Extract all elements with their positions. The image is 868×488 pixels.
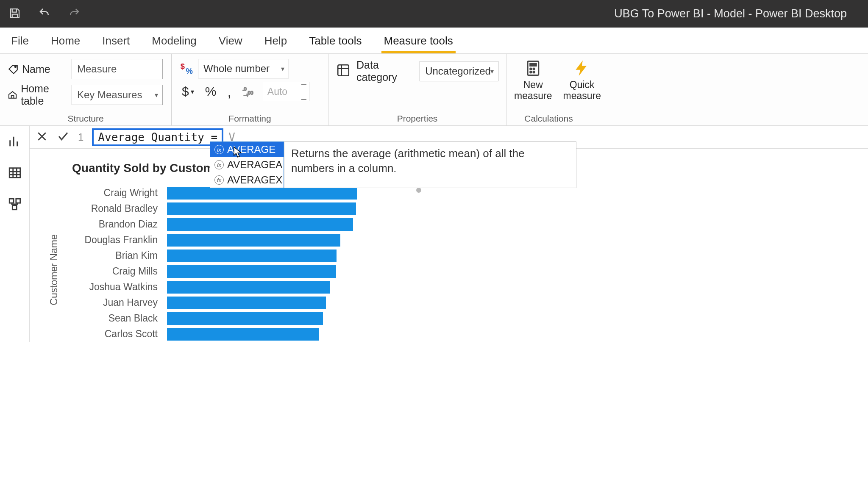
bar-label: Brian Kim <box>72 250 161 261</box>
titlebar: UBG To Power BI - Model - Power BI Deskt… <box>0 0 868 28</box>
bar-row: Douglas Franklin <box>72 232 394 248</box>
svg-rect-12 <box>9 168 20 178</box>
svg-point-11 <box>533 71 535 73</box>
tab-modeling[interactable]: Modeling <box>149 31 199 53</box>
chart-y-axis-label: Customer Name <box>48 234 60 305</box>
function-list: fxAVERAGE fxAVERAGEA fxAVERAGEX <box>210 141 284 188</box>
report-view-icon[interactable] <box>8 134 22 150</box>
bar-row: Sean Black <box>72 311 394 326</box>
function-item-averagea[interactable]: fxAVERAGEA <box>210 157 284 172</box>
line-number: 1 <box>78 131 83 143</box>
redo-icon[interactable] <box>68 7 81 21</box>
bar <box>167 218 353 231</box>
tab-view[interactable]: View <box>216 31 245 53</box>
bar-row: Joshua Watkins <box>72 279 394 295</box>
bar-row: Ronald Bradley <box>72 201 394 216</box>
bar-label: Juan Harvey <box>72 297 161 308</box>
comma-button[interactable]: , <box>225 83 234 101</box>
svg-point-10 <box>530 71 531 73</box>
bar <box>167 202 356 215</box>
bar-label: Douglas Franklin <box>72 234 161 246</box>
percent-button[interactable]: % <box>203 83 219 100</box>
svg-rect-5 <box>338 65 349 76</box>
bar-row: Brian Kim <box>72 248 394 263</box>
svg-rect-13 <box>9 199 14 203</box>
new-measure-button[interactable]: New measure <box>514 59 552 102</box>
model-view-icon[interactable] <box>8 197 22 213</box>
bar-label: Carlos Scott <box>72 328 161 340</box>
data-category-icon <box>336 63 351 79</box>
bar <box>167 234 340 247</box>
tab-home[interactable]: Home <box>48 31 83 53</box>
bar-row: Juan Harvey <box>72 295 394 311</box>
function-item-averagex[interactable]: fxAVERAGEX <box>210 172 284 188</box>
data-category-label: Data category <box>356 59 414 83</box>
bar <box>167 250 337 262</box>
data-view-icon[interactable] <box>8 166 22 182</box>
undo-icon[interactable] <box>38 7 51 21</box>
formatting-group-label: Formatting <box>179 111 320 124</box>
decimals-input[interactable]: Auto <box>263 82 309 101</box>
function-tooltip: Returns the average (arithmetic mean) of… <box>284 141 576 188</box>
bar-row: Craig Mills <box>72 263 394 279</box>
properties-group-label: Properties <box>336 111 498 124</box>
bar-label: Sean Black <box>72 313 161 324</box>
bar-label: Ronald Bradley <box>72 203 161 214</box>
structure-group-label: Structure <box>8 111 164 124</box>
bar-label: Craig Wright <box>72 187 161 199</box>
tab-file[interactable]: File <box>8 31 31 53</box>
format-icon: $% <box>179 61 194 77</box>
bar-label: Brandon Diaz <box>72 219 161 230</box>
formula-input[interactable]: Average Quantity = <box>92 128 223 146</box>
tab-table-tools[interactable]: Table tools <box>306 31 364 53</box>
currency-button[interactable]: $ ▾ <box>179 83 197 100</box>
home-table-label: Home table <box>8 83 69 107</box>
function-item-average[interactable]: fxAVERAGE <box>210 142 284 157</box>
save-icon[interactable] <box>8 7 21 21</box>
view-rail <box>0 126 30 342</box>
commit-formula-button[interactable] <box>57 130 70 144</box>
ribbon-tabs: File Home Insert Modeling View Help Tabl… <box>0 28 868 54</box>
svg-point-8 <box>530 68 531 70</box>
tab-insert[interactable]: Insert <box>100 31 132 53</box>
svg-point-9 <box>533 68 535 70</box>
svg-rect-14 <box>16 199 20 203</box>
bar-label: Craig Mills <box>72 266 161 277</box>
tab-help[interactable]: Help <box>262 31 289 53</box>
app-title: UBG To Power BI - Model - Power BI Deskt… <box>614 7 860 20</box>
bar-label: Joshua Watkins <box>72 281 161 293</box>
svg-text:$: $ <box>181 62 185 71</box>
bar <box>167 265 336 278</box>
bar <box>167 328 319 341</box>
quick-measure-button[interactable]: Quick measure <box>563 59 601 102</box>
svg-text:%: % <box>186 67 193 75</box>
bar-row: Brandon Diaz <box>72 216 394 232</box>
svg-rect-15 <box>12 205 17 210</box>
svg-rect-7 <box>530 64 536 66</box>
mouse-cursor-icon <box>233 146 243 159</box>
bar-row: Carlos Scott <box>72 326 394 342</box>
decimals-button[interactable]: .0.00 <box>240 85 257 98</box>
format-select[interactable]: Whole number <box>198 59 289 78</box>
name-input[interactable]: Measure <box>72 59 163 79</box>
name-label: Name <box>8 63 69 75</box>
tab-measure-tools[interactable]: Measure tools <box>381 31 456 53</box>
bar <box>167 297 326 309</box>
data-category-select[interactable]: Uncategorized <box>420 61 498 81</box>
bar <box>167 281 330 294</box>
svg-point-0 <box>15 66 16 67</box>
bar-chart: Customer Name Craig WrightRonald Bradley… <box>72 185 394 342</box>
home-table-select[interactable]: Key Measures <box>72 85 163 105</box>
cancel-formula-button[interactable] <box>36 130 48 144</box>
bar <box>167 187 357 200</box>
intellisense-popup: fxAVERAGE fxAVERAGEA fxAVERAGEX Returns … <box>210 141 576 188</box>
chart-scrollbar-thumb[interactable] <box>416 188 421 193</box>
ribbon-body: Name Measure Home table Key Measures Str… <box>0 54 868 126</box>
calculations-group-label: Calculations <box>514 111 583 124</box>
bar <box>167 312 323 325</box>
